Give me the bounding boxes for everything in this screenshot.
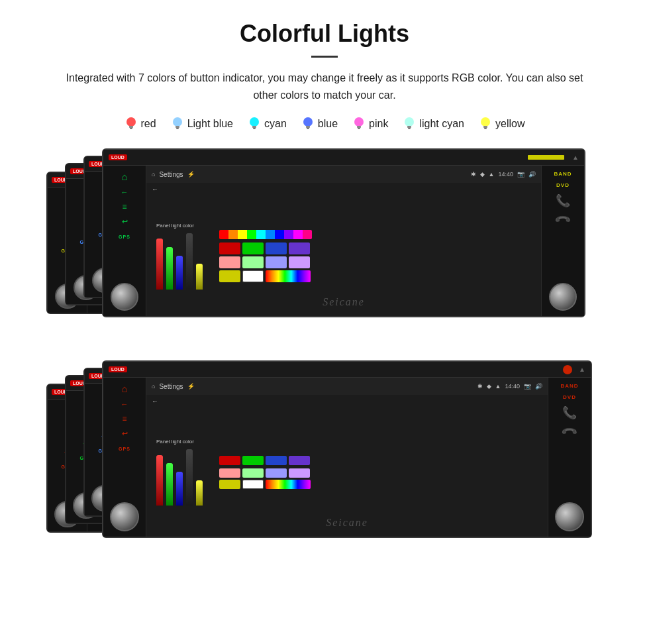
cbtn-b-gl[interactable] [242, 468, 264, 478]
svg-point-6 [250, 117, 259, 127]
svg-rect-17 [408, 128, 411, 129]
cbtn-b-red[interactable] [219, 456, 240, 465]
color-label-lightcyan: light cyan [419, 118, 464, 130]
devices-section: LOUD ⌂ ← ≡ ↩ GPS LOUD [26, 148, 623, 566]
color-btn-pink-light[interactable] [219, 256, 240, 268]
gps-label-main: GPS [119, 235, 130, 239]
cyan-bulb-icon [248, 115, 261, 133]
dvd-label: DVD [556, 182, 570, 188]
screen-back-arrow: ← [146, 183, 541, 195]
home-icon-main: ⌂ [121, 171, 127, 182]
color-item-cyan: cyan [248, 115, 287, 133]
color-btn-blue-light[interactable] [266, 256, 287, 268]
panel-light-label: Panel light color [156, 223, 203, 229]
color-label-pink: pink [369, 118, 388, 130]
cbtn-b-pink[interactable] [219, 468, 240, 478]
screen-wifi-icon: ◆ [480, 171, 485, 178]
slider-b-green [166, 463, 173, 506]
color-item-blue: blue [301, 115, 338, 133]
indicator-dot-b4 [563, 365, 572, 374]
page-title: Colorful Lights [26, 20, 623, 48]
screen-usb-icon-b: ⚡ [187, 383, 195, 390]
cbtn-b-purple[interactable] [289, 456, 310, 465]
screen-vol-b: 🔊 [535, 383, 542, 390]
cbtn-b-bl[interactable] [266, 468, 287, 478]
band-label: BAND [554, 171, 572, 177]
color-item-lightblue: Light blue [171, 115, 233, 133]
svg-rect-4 [175, 126, 179, 128]
blue-bulb-icon [301, 115, 315, 133]
screen-bluetooth-icon: ✱ [471, 171, 476, 178]
cbtn-b-rainbow[interactable] [266, 480, 311, 489]
svg-point-12 [354, 117, 364, 127]
cbtn-b-lav[interactable] [289, 468, 310, 478]
screen-signal-b: ▲ [495, 383, 501, 390]
screen-time: 14:40 [498, 171, 513, 178]
color-label-red: red [141, 118, 156, 130]
svg-rect-14 [358, 128, 360, 129]
color-item-yellow: yellow [479, 115, 524, 133]
lightcyan-bulb-icon [403, 115, 416, 133]
screen-back-b: ← [146, 395, 548, 407]
end-call-icon: 📞 [554, 211, 572, 229]
up-arrow-bottom: ▲ [579, 366, 585, 373]
menu-icon-bm: ≡ [122, 414, 126, 423]
cbtn-b-blue[interactable] [266, 456, 287, 465]
screen-camera-icon: 📷 [517, 171, 524, 178]
dvd-label-b: DVD [563, 394, 576, 400]
lightblue-bulb-icon [171, 115, 184, 133]
svg-point-9 [303, 117, 313, 127]
screen-settings-b: Settings [159, 383, 183, 390]
screen-wifi-b: ◆ [487, 383, 491, 390]
title-divider [311, 56, 338, 58]
color-label-blue: blue [318, 118, 338, 130]
screen-time-b: 14:40 [505, 383, 520, 390]
knob-main-right [549, 283, 577, 311]
color-item-pink: pink [352, 115, 388, 133]
svg-point-18 [481, 117, 490, 127]
phone-icon-b: 📞 [562, 405, 577, 420]
slider-black [186, 233, 193, 290]
svg-rect-10 [306, 126, 310, 128]
cbtn-b-yellow[interactable] [219, 480, 240, 489]
color-btn-green[interactable] [242, 242, 264, 254]
phone-icon: 📞 [556, 193, 570, 208]
color-btn-white[interactable] [242, 270, 264, 282]
screen-usb-icon: ⚡ [187, 171, 195, 178]
radio-unit-4-main: LOUD ▲ ⌂ ← ≡ ↩ GPS [102, 148, 585, 317]
panel-light-b: Panel light color [156, 439, 203, 445]
screen-home-icon: ⌂ [152, 171, 155, 178]
slider-b-black [186, 449, 193, 506]
loud-badge-4: LOUD [109, 154, 127, 160]
color-label-cyan: cyan [264, 118, 287, 130]
cbtn-b-white[interactable] [242, 480, 264, 489]
up-arrow-top: ▲ [572, 154, 579, 161]
color-btn-rainbow[interactable] [266, 270, 311, 282]
svg-rect-2 [130, 128, 132, 129]
slider-red [156, 239, 163, 290]
page-container: Colorful Lights Integrated with 7 colors… [0, 0, 649, 592]
arrow-icon-bm: ← [121, 400, 128, 408]
slider-blue [176, 256, 183, 290]
knob-bm-left [110, 502, 139, 531]
back-icon-main: ↩ [122, 217, 128, 226]
pink-bulb-icon [352, 115, 366, 133]
loud-badge-b4: LOUD [109, 366, 127, 372]
slider-yellow [196, 264, 203, 289]
menu-icon-main: ≡ [122, 202, 126, 211]
svg-rect-1 [129, 126, 133, 128]
bottom-device-group: LOUD ⌂ ← ≡ ↩ GPS LOUD [46, 360, 603, 566]
color-btn-red[interactable] [219, 242, 240, 254]
cbtn-b-green[interactable] [242, 456, 264, 465]
top-device-group: LOUD ⌂ ← ≡ ↩ GPS LOUD [46, 148, 603, 341]
color-btn-lavender[interactable] [289, 256, 310, 268]
color-btn-green-light[interactable] [242, 256, 264, 268]
knob-bm-right [555, 502, 584, 531]
color-label-lightblue: Light blue [187, 118, 233, 130]
indicator-bar-4 [528, 155, 564, 160]
color-btn-purple[interactable] [289, 242, 310, 254]
slider-b-red [156, 455, 163, 506]
screen-home-icon-b: ⌂ [152, 383, 155, 390]
color-btn-yellow-d[interactable] [219, 270, 240, 282]
color-btn-blue[interactable] [266, 242, 287, 254]
